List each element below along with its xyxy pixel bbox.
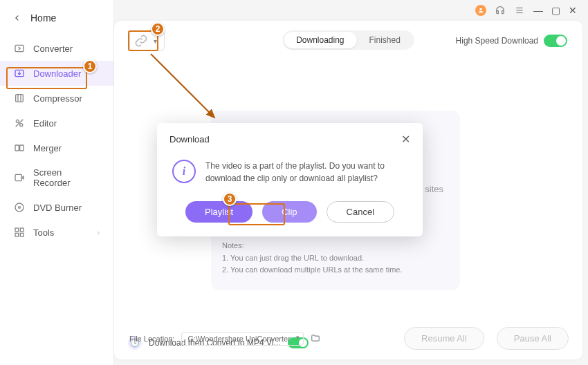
svg-point-18 — [19, 207, 21, 209]
chevron-right-icon: › — [98, 229, 100, 236]
tab-downloading[interactable]: Downloading — [284, 32, 356, 48]
window-close-button[interactable]: ✕ — [569, 5, 577, 16]
playlist-button[interactable]: Playlist — [185, 201, 252, 223]
sidebar-item-label: Screen Recorder — [33, 167, 100, 188]
svg-rect-15 — [15, 174, 21, 180]
home-back-row[interactable]: Home — [0, 6, 113, 30]
sidebar: Home Converter Downloader Compressor Edi… — [0, 0, 114, 365]
svg-rect-4 — [15, 45, 24, 51]
screen-recorder-icon — [14, 172, 25, 183]
cancel-button[interactable]: Cancel — [327, 201, 394, 223]
svg-rect-21 — [15, 233, 19, 236]
svg-point-10 — [16, 120, 19, 122]
sidebar-item-editor[interactable]: Editor — [0, 111, 113, 135]
dialog-title: Download — [169, 134, 210, 144]
sidebar-item-merger[interactable]: Merger — [0, 135, 113, 160]
tools-icon — [14, 227, 25, 238]
editor-icon — [14, 118, 25, 129]
svg-point-0 — [479, 8, 481, 10]
status-tabs: Downloading Finished — [282, 30, 414, 50]
sidebar-item-tools[interactable]: Tools › — [0, 220, 113, 245]
dvd-icon — [14, 202, 25, 213]
window-maximize-button[interactable]: ▢ — [551, 5, 560, 16]
sidebar-item-label: Merger — [33, 143, 62, 153]
dialog-message: The video is a part of the playlist. Do … — [205, 160, 407, 185]
link-icon — [134, 34, 148, 48]
user-avatar-icon[interactable] — [475, 5, 486, 16]
converter-icon — [14, 43, 25, 54]
download-dialog: Download ✕ i The video is a part of the … — [157, 123, 423, 236]
support-headset-icon[interactable] — [495, 5, 506, 16]
sidebar-item-label: Converter — [33, 44, 73, 54]
svg-rect-19 — [15, 228, 19, 232]
svg-point-11 — [20, 124, 23, 127]
chevron-left-icon — [14, 15, 21, 21]
info-icon: i — [172, 160, 196, 183]
dialog-close-button[interactable]: ✕ — [401, 133, 410, 146]
svg-rect-20 — [20, 228, 24, 232]
svg-rect-22 — [20, 233, 24, 236]
url-dropdown-caret[interactable]: ▾ — [151, 37, 160, 45]
notes-block: Notes: 1. You can just drag the URL to d… — [222, 240, 402, 277]
sidebar-item-dvd-burner[interactable]: DVD Burner — [0, 195, 113, 220]
file-location-select[interactable]: G:\Wondershare UniConverter — [181, 332, 303, 346]
high-speed-label: High Speed Download — [456, 36, 538, 46]
compressor-icon — [14, 93, 25, 104]
file-location-value: G:\Wondershare UniConverter — [187, 335, 290, 343]
sidebar-item-label: Compressor — [33, 93, 82, 104]
high-speed-toggle[interactable] — [544, 35, 567, 47]
tab-finished[interactable]: Finished — [357, 32, 413, 48]
menu-hamburger-icon[interactable] — [514, 5, 525, 16]
resume-all-button[interactable]: Resume All — [404, 327, 484, 350]
sidebar-item-label: Tools — [33, 227, 54, 238]
svg-point-17 — [15, 203, 24, 212]
file-location-label: File Location: — [129, 335, 174, 343]
svg-rect-7 — [16, 95, 24, 102]
home-label: Home — [30, 12, 56, 24]
svg-rect-14 — [20, 145, 24, 151]
merger-icon — [14, 142, 25, 153]
paste-url-button[interactable]: ▾ — [129, 30, 165, 51]
sidebar-item-downloader[interactable]: Downloader — [0, 61, 113, 86]
downloader-icon — [14, 68, 25, 79]
note-2: 2. You can download multiple URLs at the… — [222, 264, 402, 277]
pause-all-button[interactable]: Pause All — [497, 327, 569, 350]
sidebar-item-label: Downloader — [33, 68, 81, 79]
note-1: 1. You can just drag the URL to download… — [222, 252, 402, 265]
svg-rect-13 — [15, 145, 19, 151]
sidebar-item-label: DVD Burner — [33, 203, 82, 213]
sidebar-item-converter[interactable]: Converter — [0, 36, 113, 61]
open-folder-icon[interactable] — [311, 333, 320, 344]
window-minimize-button[interactable]: — — [533, 5, 543, 16]
sidebar-item-label: Editor — [33, 118, 57, 129]
sidebar-item-screen-recorder[interactable]: Screen Recorder — [0, 160, 113, 195]
sidebar-item-compressor[interactable]: Compressor — [0, 86, 113, 111]
clip-button[interactable]: Clip — [262, 201, 316, 223]
notes-title: Notes: — [222, 240, 402, 252]
